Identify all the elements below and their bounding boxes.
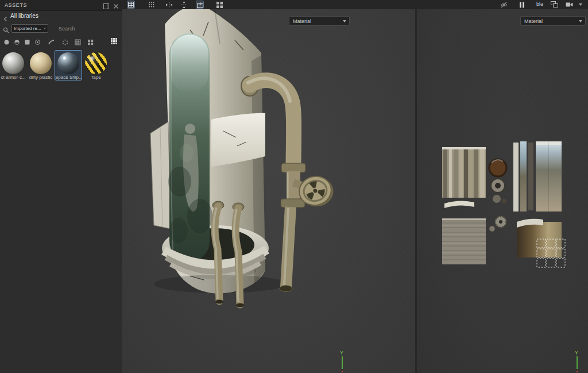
assets-panel-title: ASSETS xyxy=(5,2,27,8)
asset-label: Tape xyxy=(83,75,109,80)
asset-item[interactable]: Tape xyxy=(83,51,109,80)
search-filter-tag[interactable]: Imported re...× xyxy=(11,24,48,33)
axis-gizmo-3d: Y xyxy=(336,349,349,373)
pause-icon xyxy=(519,2,525,8)
material-sphere-thumbnail xyxy=(57,52,79,74)
axis-gizmo-2d: Y xyxy=(571,349,583,373)
symmetry-horizontal-button[interactable] xyxy=(165,1,173,9)
grid-pattern-icon xyxy=(216,2,223,8)
asset-item-selected[interactable]: Space Ship... xyxy=(55,51,82,80)
assets-search-row: Imported re...× xyxy=(0,23,122,34)
viewport-2d-uv[interactable]: Material Y xyxy=(417,9,588,373)
asset-item[interactable]: dirty-plastic xyxy=(28,51,54,80)
eye-off-icon xyxy=(500,1,508,9)
library-selector[interactable]: All libraries xyxy=(0,10,122,22)
filter-half-sphere-icon[interactable] xyxy=(14,37,20,44)
texture-atlas xyxy=(417,9,588,373)
filter-disc-icon[interactable] xyxy=(34,37,41,44)
asset-label: ct-armor-c... xyxy=(0,75,26,80)
filter-tag-close-icon[interactable]: × xyxy=(44,26,47,31)
material-sphere-thumbnail xyxy=(30,52,52,74)
asset-item[interactable]: ct-armor-c... xyxy=(0,51,26,80)
material-dropdown-2d[interactable]: Material xyxy=(520,16,586,26)
import-box-button[interactable] xyxy=(196,1,204,9)
dock-panel-icon[interactable] xyxy=(103,2,110,9)
symmetry-vertical-icon xyxy=(181,2,187,8)
asset-label: dirty-plastic xyxy=(28,75,54,80)
symmetry-horizontal-icon xyxy=(166,2,172,8)
dots-grid-icon xyxy=(149,2,154,7)
camera-button[interactable] xyxy=(565,1,573,9)
material-sphere-thumbnail xyxy=(2,52,24,74)
model-3d-cryo-tank xyxy=(122,9,415,373)
toolbar-chevron-down-icon[interactable] xyxy=(577,1,585,9)
filter-sphere-icon[interactable] xyxy=(3,37,10,44)
grid-view-icon[interactable] xyxy=(110,37,118,44)
dots-grid-button[interactable] xyxy=(148,1,156,9)
search-input[interactable] xyxy=(57,24,117,33)
search-icon xyxy=(3,25,9,36)
chevron-down-icon xyxy=(579,20,582,22)
filter-hex-dots-icon[interactable] xyxy=(62,37,68,44)
material-dropdown-3d-value: Material xyxy=(293,18,311,24)
assets-panel: ASSETS All libraries Imported re...× xyxy=(0,0,123,373)
close-panel-icon[interactable] xyxy=(113,2,119,9)
dual-display-icon xyxy=(551,1,558,8)
visibility-off-button[interactable] xyxy=(500,1,508,9)
asset-type-filters xyxy=(0,36,122,46)
filter-square-icon[interactable] xyxy=(24,37,30,44)
axis-y-label: Y xyxy=(340,350,343,356)
symmetry-vertical-button[interactable] xyxy=(180,1,188,9)
asset-label: Space Ship... xyxy=(55,75,82,80)
filter-grid-icon[interactable] xyxy=(75,37,81,44)
blend-label[interactable]: blə xyxy=(536,1,543,7)
top-toolbar: blə xyxy=(122,0,588,10)
material-dropdown-3d[interactable]: Material xyxy=(289,16,350,26)
material-dropdown-2d-value: Material xyxy=(524,18,543,24)
assets-panel-header: ASSETS xyxy=(0,0,122,11)
material-sphere-thumbnail xyxy=(85,52,107,74)
search-filter-tag-label: Imported re... xyxy=(14,26,41,31)
axis-y-label: Y xyxy=(575,350,578,356)
uv-tiles-icon xyxy=(128,2,134,7)
dual-display-button[interactable] xyxy=(550,1,558,9)
import-box-icon xyxy=(197,2,203,8)
chevron-down-icon xyxy=(343,20,346,22)
viewport-3d[interactable]: Material Y xyxy=(122,9,415,373)
filter-tiles-icon[interactable] xyxy=(87,37,94,44)
camera-icon xyxy=(566,1,573,8)
grid-pattern-button[interactable] xyxy=(215,1,223,9)
filter-brush-stroke-icon[interactable] xyxy=(48,37,55,44)
uv-tiles-button[interactable] xyxy=(127,1,135,9)
library-label: All libraries xyxy=(10,10,38,22)
pause-button[interactable] xyxy=(518,1,526,9)
